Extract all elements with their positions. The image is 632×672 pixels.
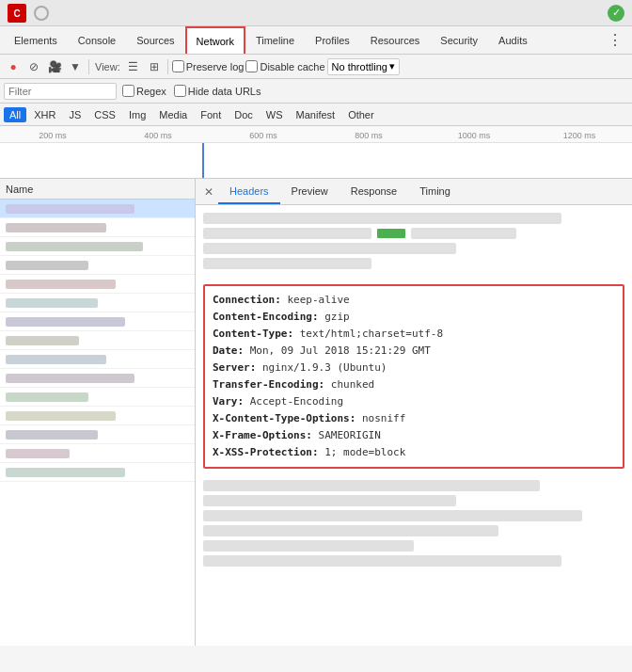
sub-tab-headers[interactable]: Headers: [218, 179, 280, 204]
tab-network[interactable]: Network: [185, 26, 245, 54]
name-item[interactable]: [0, 444, 195, 463]
header-key: Server:: [213, 361, 256, 374]
header-key: Content-Encoding:: [213, 311, 319, 323]
tab-more-icon[interactable]: ⋮: [602, 31, 628, 49]
header-value: nosniff: [356, 412, 405, 424]
blur-line-2: [203, 228, 371, 239]
view-tree-icon[interactable]: ⊞: [145, 57, 164, 76]
blur-line-1: [203, 213, 561, 224]
preserve-log-checkbox[interactable]: [172, 60, 184, 72]
tab-audits[interactable]: Audits: [488, 26, 538, 54]
blur-bottom-2: [203, 495, 456, 506]
name-list[interactable]: [0, 200, 195, 646]
type-filter-other[interactable]: Other: [342, 107, 380, 122]
header-value: Accept-Encoding: [244, 395, 343, 408]
type-filter-all[interactable]: All: [4, 107, 26, 122]
hide-data-urls-label[interactable]: Hide data URLs: [174, 85, 261, 97]
type-filter-img[interactable]: Img: [123, 107, 151, 122]
tab-security[interactable]: Security: [430, 26, 488, 54]
record-button[interactable]: ●: [4, 57, 23, 76]
header-value: gzip: [319, 311, 350, 323]
green-indicator: [377, 229, 405, 238]
header-line: X-XSS-Protection: 1; mode=block: [213, 444, 615, 461]
name-item[interactable]: [0, 237, 195, 256]
timeline-area: 200 ms400 ms600 ms800 ms1000 ms1200 ms: [0, 126, 632, 179]
sub-tab-timing[interactable]: Timing: [408, 179, 462, 204]
close-panel-button[interactable]: ✕: [199, 183, 218, 201]
header-line: Transfer-Encoding: chunked: [213, 376, 615, 393]
sub-tab-response[interactable]: Response: [340, 179, 409, 204]
name-item[interactable]: [0, 350, 195, 369]
header-key: Vary:: [213, 395, 244, 408]
name-item[interactable]: [0, 275, 195, 294]
tab-timeline[interactable]: Timeline: [245, 26, 305, 54]
filter-icon[interactable]: ▼: [66, 57, 85, 76]
type-filter-font[interactable]: Font: [195, 107, 227, 122]
header-value: Mon, 09 Jul 2018 15:21:29 GMT: [244, 344, 431, 357]
os-circle-btn[interactable]: [34, 6, 49, 21]
preview-area-top: [196, 209, 632, 277]
timeline-body: [0, 143, 632, 179]
tab-resources[interactable]: Resources: [360, 26, 431, 54]
clear-button[interactable]: ⊘: [24, 57, 43, 76]
hide-data-urls-checkbox[interactable]: [174, 85, 186, 97]
blur-line-4: [203, 243, 456, 254]
devtools-tab-bar: Elements Console Sources Network Timelin…: [0, 26, 632, 55]
header-value: keep-alive: [281, 294, 350, 306]
name-item[interactable]: [0, 425, 195, 444]
filter-row: Regex Hide data URLs: [0, 79, 632, 104]
header-line: X-Frame-Options: SAMEORIGIN: [213, 427, 615, 444]
name-item[interactable]: [0, 294, 195, 312]
tab-profiles[interactable]: Profiles: [305, 26, 360, 54]
regex-checkbox[interactable]: [122, 85, 134, 97]
header-value: text/html;charset=utf-8: [293, 328, 443, 340]
network-toolbar: ● ⊘ 🎥 ▼ View: ☰ ⊞ Preserve log Disable c…: [0, 55, 632, 79]
name-item[interactable]: [0, 218, 195, 237]
type-filter-css[interactable]: CSS: [88, 107, 121, 122]
header-key: X-Content-Type-Options:: [213, 412, 356, 424]
tab-console[interactable]: Console: [68, 26, 126, 54]
os-check-icon: ✓: [608, 5, 624, 22]
type-filter-row: AllXHRJSCSSImgMediaFontDocWSManifestOthe…: [0, 104, 632, 126]
name-item[interactable]: [0, 256, 195, 275]
view-list-icon[interactable]: ☰: [124, 57, 143, 76]
type-filter-xhr[interactable]: XHR: [28, 107, 61, 122]
type-filter-js[interactable]: JS: [63, 107, 87, 122]
name-item[interactable]: [0, 407, 195, 425]
name-item[interactable]: [0, 369, 195, 388]
type-filter-media[interactable]: Media: [153, 107, 193, 122]
type-filter-manifest[interactable]: Manifest: [291, 107, 341, 122]
type-filter-ws[interactable]: WS: [261, 107, 289, 122]
filter-options: Regex Hide data URLs: [122, 85, 261, 97]
header-key: X-Frame-Options:: [213, 429, 312, 441]
header-line: Date: Mon, 09 Jul 2018 15:21:29 GMT: [213, 343, 615, 360]
preserve-log-group: Preserve log: [172, 60, 245, 72]
ruler-mark: 200 ms: [0, 131, 105, 140]
header-line: Connection: keep-alive: [213, 292, 615, 309]
throttle-select[interactable]: No throttling ▾: [327, 58, 400, 75]
disable-cache-checkbox[interactable]: [245, 60, 258, 72]
tab-elements[interactable]: Elements: [4, 26, 68, 54]
right-content: Connection: keep-aliveContent-Encoding: …: [196, 205, 632, 646]
sub-tab-bar: ✕ Headers Preview Response Timing: [196, 179, 632, 205]
name-item[interactable]: [0, 463, 195, 482]
sub-tab-preview[interactable]: Preview: [280, 179, 340, 204]
blur-bottom-3: [203, 510, 582, 521]
disable-cache-label[interactable]: Disable cache: [245, 60, 324, 72]
separator-2: [167, 59, 168, 74]
filter-input[interactable]: [4, 83, 117, 100]
name-item[interactable]: [0, 331, 195, 350]
header-key: Transfer-Encoding:: [213, 378, 324, 391]
type-filter-doc[interactable]: Doc: [229, 107, 259, 122]
name-item[interactable]: [0, 388, 195, 407]
blur-bottom-4: [203, 525, 498, 536]
tab-sources[interactable]: Sources: [126, 26, 184, 54]
name-item[interactable]: [0, 312, 195, 331]
regex-label[interactable]: Regex: [122, 85, 166, 97]
blur-bottom-5: [203, 540, 414, 552]
header-key: Date:: [213, 344, 244, 357]
preserve-log-label[interactable]: Preserve log: [172, 60, 245, 72]
camera-button[interactable]: 🎥: [45, 57, 64, 76]
name-item[interactable]: [0, 200, 195, 218]
app-icon: C: [8, 4, 26, 23]
